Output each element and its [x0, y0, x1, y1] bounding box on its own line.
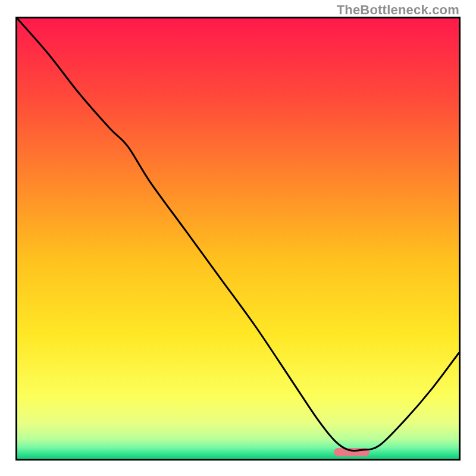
bottleneck-curve: [17, 18, 459, 459]
chart-frame: TheBottleneck.com: [0, 0, 476, 476]
watermark-text: TheBottleneck.com: [337, 2, 459, 18]
